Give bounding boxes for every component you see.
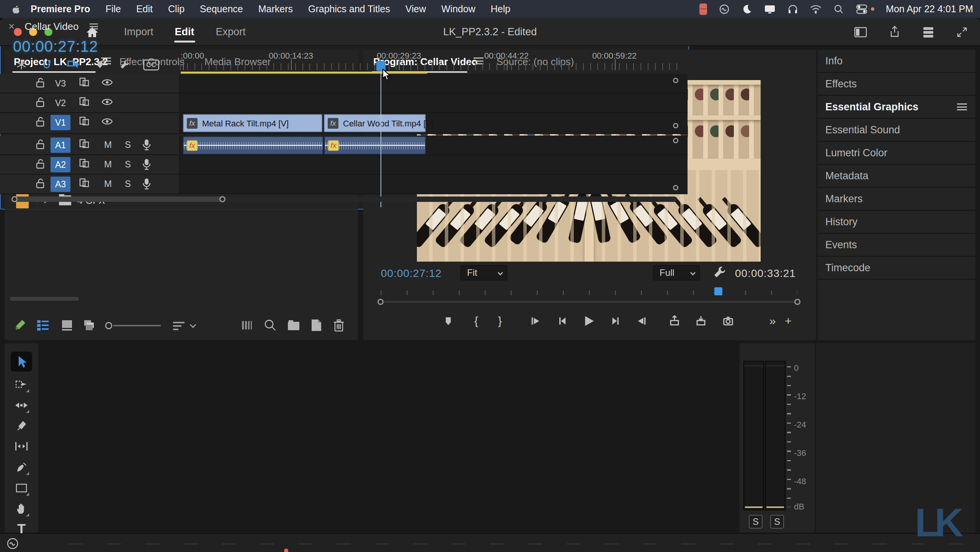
writable-pencil-icon[interactable] xyxy=(12,318,28,333)
headphones-icon[interactable] xyxy=(787,4,798,15)
sync-lock-icon[interactable] xyxy=(79,139,90,149)
track-lock-icon[interactable] xyxy=(35,158,45,170)
extract-icon[interactable] xyxy=(693,313,709,329)
track-resize-handle[interactable] xyxy=(673,78,678,83)
timeline-timecode[interactable]: 00:00:27:12 xyxy=(13,38,98,55)
step-back-icon[interactable] xyxy=(554,313,570,329)
go-to-out-icon[interactable] xyxy=(634,313,650,329)
track-output-eye-icon[interactable] xyxy=(101,116,113,127)
voiceover-mic-icon[interactable] xyxy=(142,139,152,151)
workspaces-icon[interactable] xyxy=(922,26,935,39)
sync-lock-icon[interactable] xyxy=(79,77,90,88)
menu-edit[interactable]: Edit xyxy=(136,3,153,15)
track-resize-handle[interactable] xyxy=(673,185,678,190)
solo-left-button[interactable]: S xyxy=(749,515,763,529)
track-target-a3[interactable]: A3 xyxy=(51,177,70,192)
sync-lock-icon[interactable] xyxy=(79,116,90,127)
track-target-v2[interactable]: V2 xyxy=(51,95,70,111)
mark-out-icon[interactable]: } xyxy=(492,313,508,329)
new-item-icon[interactable] xyxy=(310,318,323,332)
audio-clip-cellar-wood[interactable]: fx xyxy=(324,136,426,154)
track-a3-lane[interactable] xyxy=(180,175,688,193)
find-icon[interactable] xyxy=(263,318,277,332)
track-v2-lane[interactable] xyxy=(180,93,688,112)
new-bin-icon[interactable] xyxy=(287,319,301,332)
sidebar-item-essential-graphics[interactable]: Essential Graphics xyxy=(818,96,975,119)
do-not-disturb-moon-icon[interactable] xyxy=(742,4,752,15)
sidebar-item-essential-sound[interactable]: Essential Sound xyxy=(818,119,975,142)
tab-edit[interactable]: Edit xyxy=(174,24,195,40)
track-lock-icon[interactable] xyxy=(35,139,45,150)
mark-in-icon[interactable]: { xyxy=(468,313,485,329)
track-resize-handle[interactable] xyxy=(673,123,678,128)
go-to-in-icon[interactable] xyxy=(527,313,544,329)
track-lock-icon[interactable] xyxy=(35,77,45,88)
track-output-eye-icon[interactable] xyxy=(101,77,113,88)
zoom-slider[interactable] xyxy=(105,322,162,329)
display-icon[interactable] xyxy=(764,4,776,15)
add-button-icon[interactable]: + xyxy=(780,313,797,329)
apple-icon[interactable] xyxy=(11,4,21,15)
solo-button[interactable]: S xyxy=(125,139,131,150)
lift-icon[interactable] xyxy=(666,313,683,329)
mute-button[interactable]: M xyxy=(104,179,112,189)
share-icon[interactable] xyxy=(888,26,901,39)
program-playhead[interactable] xyxy=(714,287,722,295)
more-controls-icon[interactable]: » xyxy=(764,313,781,329)
menu-sequence[interactable]: Sequence xyxy=(200,3,243,15)
track-target-v1[interactable]: V1 xyxy=(51,115,70,130)
scrubber-right-handle[interactable] xyxy=(794,299,800,305)
menu-window[interactable]: Window xyxy=(441,3,475,15)
timeline-horizontal-scrollbar[interactable] xyxy=(8,197,677,202)
scrubber-left-handle[interactable] xyxy=(377,299,384,305)
audio-meter-left[interactable] xyxy=(743,361,764,510)
panel-menu-icon[interactable] xyxy=(957,103,967,110)
sidebar-item-history[interactable]: History xyxy=(818,211,975,234)
creative-cloud-sync-icon[interactable] xyxy=(6,537,19,550)
menu-graphics-titles[interactable]: Graphics and Titles xyxy=(308,3,390,15)
timeline-menu-icon[interactable] xyxy=(89,23,98,29)
menu-markers[interactable]: Markers xyxy=(258,3,293,15)
solo-button[interactable]: S xyxy=(125,179,131,189)
captions-icon[interactable]: CC xyxy=(144,57,159,72)
clip-cellar-wood-tilt[interactable]: fx Cellar Wood Tilt.mp4 [V] xyxy=(324,114,426,132)
track-v1-lane[interactable]: fx Metal Rack Tilt.mp4 [V] fx Cellar Woo… xyxy=(180,113,688,133)
zoom-handle-right[interactable] xyxy=(219,196,225,202)
menu-clip[interactable]: Clip xyxy=(168,3,185,15)
track-a2-lane[interactable] xyxy=(180,155,688,174)
nest-sequence-icon[interactable] xyxy=(14,57,29,72)
list-view-icon[interactable] xyxy=(36,319,50,332)
sync-lock-icon[interactable] xyxy=(79,97,90,107)
close-sequence-icon[interactable]: × xyxy=(8,20,15,33)
menu-file[interactable]: File xyxy=(106,3,121,15)
audio-clip-metal-rack[interactable]: fx xyxy=(183,136,323,154)
project-horizontal-scrollbar[interactable] xyxy=(10,297,79,301)
sort-chevron-icon[interactable] xyxy=(190,322,196,328)
timeline-add-marker-icon[interactable] xyxy=(92,57,108,72)
sync-lock-icon[interactable] xyxy=(79,178,90,188)
zoom-handle-left[interactable] xyxy=(11,196,18,202)
control-center-icon[interactable] xyxy=(856,4,868,15)
voiceover-mic-icon[interactable] xyxy=(142,178,152,190)
track-lock-icon[interactable] xyxy=(35,97,45,108)
zoom-level-select[interactable]: Fit xyxy=(461,265,507,280)
track-output-eye-icon[interactable] xyxy=(101,97,113,107)
wifi-icon[interactable] xyxy=(810,4,822,14)
sidebar-item-effects[interactable]: Effects xyxy=(818,73,975,96)
solo-right-button[interactable]: S xyxy=(770,515,784,529)
track-resize-handle[interactable] xyxy=(673,138,678,143)
linked-selection-icon[interactable] xyxy=(65,57,81,72)
delete-trash-icon[interactable] xyxy=(332,318,345,332)
play-icon[interactable] xyxy=(580,313,597,329)
menu-clock[interactable]: Mon Apr 22 4:01 PM xyxy=(886,3,973,15)
screen-recording-indicator-icon[interactable] xyxy=(699,3,707,15)
ripple-edit-tool[interactable] xyxy=(13,397,30,414)
sidebar-item-metadata[interactable]: Metadata xyxy=(818,165,975,188)
step-forward-icon[interactable] xyxy=(608,313,624,329)
program-current-timecode[interactable]: 00:00:27:12 xyxy=(381,267,442,280)
audio-meter-right[interactable] xyxy=(765,361,786,510)
track-target-v3[interactable]: V3 xyxy=(51,76,70,91)
quick-export-panel-icon[interactable] xyxy=(854,26,867,38)
mute-button[interactable]: M xyxy=(104,139,112,150)
track-target-a1[interactable]: A1 xyxy=(51,138,70,153)
